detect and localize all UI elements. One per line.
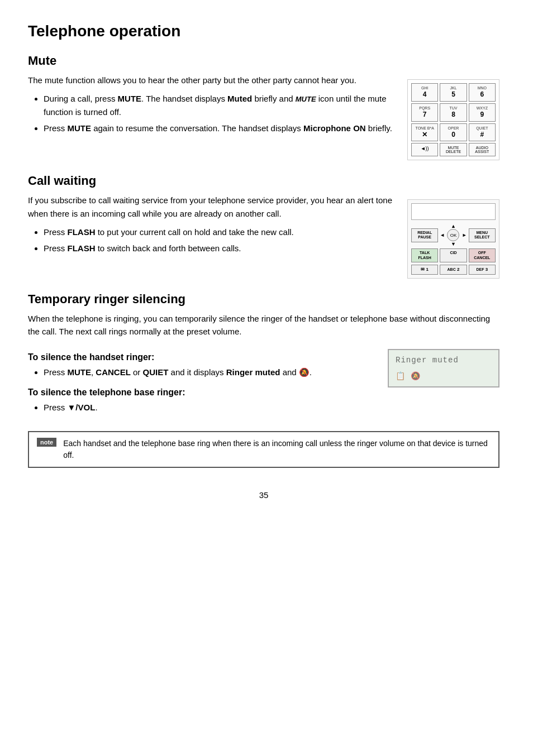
silence-handset-heading: To silence the handset ringer: [28, 352, 377, 362]
mute-bullets: During a call, press MUTE. The handset d… [44, 92, 396, 135]
temp-ringer-content: To silence the handset ringer: Press MUT… [28, 343, 499, 420]
lcd-phone-icon: 📋 [396, 371, 405, 381]
keypad-grid: GHI4 JKL5 MNO6 PQRS7 TUV8 WXYZ9 TONE B*A… [411, 83, 496, 141]
keypad-bottom-row: ◄)) MUTEDELETE AUDIOASSIST [411, 143, 496, 156]
lcd-display: Ringer muted 📋 🔕 [388, 349, 499, 387]
btn-menu-select: MENUSELECT [469, 228, 496, 242]
key-5: JKL5 [440, 83, 467, 102]
call-waiting-section: Call waiting If you subscribe to call wa… [28, 174, 499, 278]
silence-handset-bullet-1: Press MUTE, CANCEL or QUIET and it displ… [44, 366, 377, 379]
lcd-image: Ringer muted 📋 🔕 [388, 343, 499, 387]
temp-ringer-text-col: To silence the handset ringer: Press MUT… [28, 343, 377, 420]
keypad-mute: GHI4 JKL5 MNO6 PQRS7 TUV8 WXYZ9 TONE B*A… [407, 79, 499, 160]
page-number: 35 [28, 490, 499, 500]
btn-2: ABC 2 [440, 265, 467, 275]
note-box: note Each handset and the telephone base… [28, 431, 499, 468]
silence-base-heading: To silence the telephone base ringer: [28, 387, 377, 398]
mute-keypad-image: GHI4 JKL5 MNO6 PQRS7 TUV8 WXYZ9 TONE B*A… [407, 74, 499, 160]
key-hash: QUIET# [469, 123, 496, 142]
mute-text-col: The mute function allows you to hear the… [28, 74, 396, 140]
lcd-bell-slash-icon: 🔕 [411, 371, 420, 381]
note-label: note [37, 438, 56, 447]
key-7: PQRS7 [411, 103, 438, 122]
mute-description: The mute function allows you to hear the… [28, 74, 396, 87]
key-star: TONE B*A✕ [411, 123, 438, 142]
lcd-line1: Ringer muted [396, 356, 492, 365]
page-title: Telephone operation [28, 22, 499, 40]
note-text: Each handset and the telephone base ring… [63, 438, 491, 461]
btn-redial-pause: REDIALPAUSE [411, 228, 438, 242]
key-6: MNO6 [469, 83, 496, 102]
call-waiting-content: If you subscribe to call waiting service… [28, 194, 499, 278]
silence-base-bullet-1: Press ▼/VOL. [44, 401, 377, 414]
btn-1: ✉ 1 [411, 265, 438, 275]
key-4: GHI4 [411, 83, 438, 102]
nav-center: ▲ ◄ OK ► ▼ [440, 223, 467, 247]
key-mute-delete: MUTEDELETE [440, 143, 467, 156]
key-audio-assist: AUDIOASSIST [469, 143, 496, 156]
nav-ok: OK [447, 229, 459, 241]
key-0: OPER0 [440, 123, 467, 142]
silence-base-bullets: Press ▼/VOL. [44, 401, 377, 414]
call-waiting-text-col: If you subscribe to call waiting service… [28, 194, 396, 260]
btn-cid: CID [440, 248, 467, 262]
key-speaker: ◄)) [411, 143, 438, 156]
call-waiting-description: If you subscribe to call waiting service… [28, 194, 396, 220]
mute-content: The mute function allows you to hear the… [28, 74, 499, 160]
call-waiting-bullet-2: Press FLASH to switch back and forth bet… [44, 242, 396, 255]
call-waiting-bullet-1: Press FLASH to put your current call on … [44, 226, 396, 238]
btn-3: DEF 3 [469, 265, 496, 275]
handset-image: REDIALPAUSE ▲ ◄ OK ► ▼ MENUSELECT TALKF [407, 194, 499, 278]
call-waiting-heading: Call waiting [28, 174, 499, 188]
temp-ringer-description: When the telephone is ringing, you can t… [28, 312, 499, 338]
mute-bullet-1: During a call, press MUTE. The handset d… [44, 92, 396, 118]
btn-talk-flash: TALKFLASH [411, 248, 438, 262]
mute-bullet-2: Press MUTE again to resume the conversat… [44, 122, 396, 135]
key-8: TUV8 [440, 103, 467, 122]
btn-off-cancel: OFFCANCEL [469, 248, 496, 262]
mute-section: Mute The mute function allows you to hea… [28, 54, 499, 160]
mute-heading: Mute [28, 54, 499, 68]
handset-mid-row: TALKFLASH CID OFFCANCEL [411, 248, 496, 262]
temp-ringer-section: Temporary ringer silencing When the tele… [28, 292, 499, 420]
temp-ringer-heading: Temporary ringer silencing [28, 292, 499, 307]
handset-keypad: REDIALPAUSE ▲ ◄ OK ► ▼ MENUSELECT TALKF [407, 199, 499, 278]
call-waiting-bullets: Press FLASH to put your current call on … [44, 226, 396, 255]
handset-display [411, 203, 496, 220]
silence-handset-bullets: Press MUTE, CANCEL or QUIET and it displ… [44, 366, 377, 379]
key-9: WXYZ9 [469, 103, 496, 122]
handset-top-row: REDIALPAUSE ▲ ◄ OK ► ▼ MENUSELECT [411, 223, 496, 247]
handset-num-row: ✉ 1 ABC 2 DEF 3 [411, 265, 496, 275]
lcd-line2: 📋 🔕 [396, 371, 492, 381]
